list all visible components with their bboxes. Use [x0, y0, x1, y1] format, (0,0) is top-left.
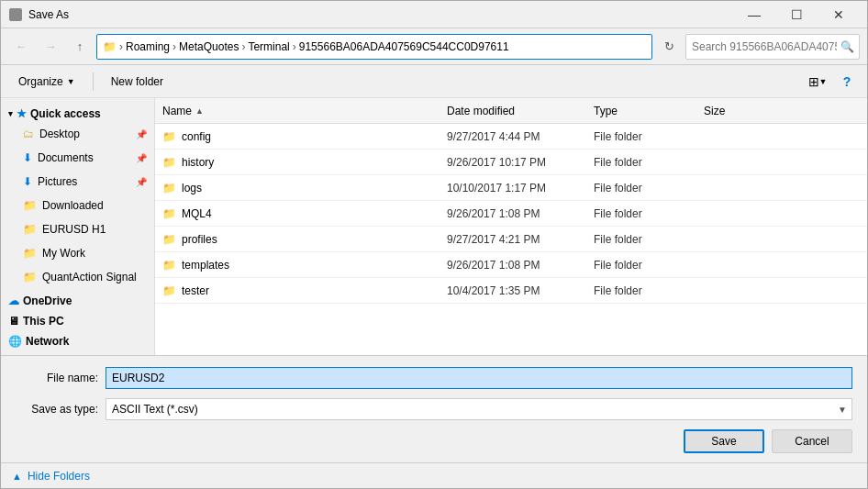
filename-label: File name:	[16, 372, 98, 384]
folder-icon: 📁	[162, 259, 176, 272]
breadcrumb-terminal[interactable]: Terminal	[248, 40, 289, 53]
thispc-header[interactable]: 🖥 This PC	[1, 309, 154, 329]
chevron-down-icon: ▾	[8, 109, 13, 118]
file-name-text: profiles	[182, 233, 217, 246]
col-date-label: Date modified	[447, 105, 515, 117]
breadcrumb[interactable]: 📁 › Roaming › MetaQuotes › Terminal › 91…	[96, 34, 652, 60]
minimize-button[interactable]: —	[733, 1, 775, 28]
table-row[interactable]: 📁 tester 10/4/2017 1:35 PM File folder	[155, 278, 867, 304]
onedrive-header[interactable]: ☁ OneDrive	[1, 289, 154, 309]
hide-folders-bar[interactable]: ▲ Hide Folders	[1, 462, 867, 488]
quick-access-label: Quick access	[30, 107, 101, 120]
file-name-cell: 📁 history	[155, 156, 440, 169]
sidebar-item-downloaded[interactable]: 📁 Downloaded	[1, 194, 154, 217]
sidebar-item-documents[interactable]: ⬇ Documents 📌	[1, 146, 154, 170]
table-row[interactable]: 📁 templates 9/26/2017 1:08 PM File folde…	[155, 252, 867, 278]
onedrive-icon: ☁	[8, 295, 19, 307]
pin-icon-pictures: 📌	[136, 177, 147, 187]
address-bar: ← → ↑ 📁 › Roaming › MetaQuotes › Termina…	[1, 28, 867, 65]
up-button[interactable]: ↑	[67, 34, 93, 60]
breadcrumb-roaming[interactable]: Roaming	[126, 40, 170, 53]
col-size-header[interactable]: Size	[696, 105, 770, 117]
table-row[interactable]: 📁 profiles 9/27/2017 4:21 PM File folder	[155, 227, 867, 252]
search-container: 🔍	[685, 34, 860, 60]
help-button[interactable]: ?	[834, 69, 860, 94]
maximize-button[interactable]: ☐	[775, 1, 818, 28]
back-button[interactable]: ←	[8, 34, 34, 60]
onedrive-label: OneDrive	[23, 295, 72, 307]
table-row[interactable]: 📁 history 9/26/2017 10:17 PM File folder	[155, 150, 867, 175]
view-options-button[interactable]: ⊞ ▼	[805, 69, 830, 94]
svg-rect-0	[9, 8, 22, 21]
file-name-cell: 📁 templates	[155, 259, 440, 272]
filename-row: File name:	[16, 365, 852, 391]
col-type-header[interactable]: Type	[586, 105, 696, 117]
sidebar-item-mywork[interactable]: 📁 My Work	[1, 241, 154, 265]
table-row[interactable]: 📁 logs 10/10/2017 1:17 PM File folder	[155, 175, 867, 201]
file-type-cell: File folder	[586, 156, 696, 169]
sidebar-label-quantaction: QuantAction Signal	[42, 271, 137, 283]
file-name-cell: 📁 MQL4	[155, 207, 440, 220]
col-name-header[interactable]: Name ▲	[155, 105, 440, 117]
folder-icon: 🗂	[23, 128, 34, 140]
save-button[interactable]: Save	[684, 429, 764, 453]
table-row[interactable]: 📁 MQL4 9/26/2017 1:08 PM File folder	[155, 201, 867, 227]
file-date-cell: 10/4/2017 1:35 PM	[440, 284, 586, 297]
sidebar-item-eurusd[interactable]: 📁 EURUSD H1	[1, 217, 154, 241]
file-list-container: Name ▲ Date modified Type Size 📁 config	[155, 98, 867, 355]
file-name-cell: 📁 logs	[155, 182, 440, 194]
breadcrumb-metaquotes[interactable]: MetaQuotes	[179, 40, 239, 53]
title-bar: Save As — ☐ ✕	[1, 1, 867, 28]
refresh-button[interactable]: ↻	[656, 34, 682, 60]
mywork-folder-icon: 📁	[23, 247, 37, 260]
view-chevron-icon: ▼	[819, 77, 828, 86]
search-input[interactable]	[685, 34, 860, 60]
file-date-cell: 9/26/2017 1:08 PM	[440, 259, 586, 272]
window-controls: — ☐ ✕	[733, 1, 860, 28]
forward-button[interactable]: →	[38, 34, 63, 60]
file-date-cell: 9/26/2017 1:08 PM	[440, 207, 586, 220]
sidebar-item-desktop[interactable]: 🗂 Desktop 📌	[1, 122, 154, 146]
sidebar-item-pictures[interactable]: ⬇ Pictures 📌	[1, 170, 154, 194]
col-date-header[interactable]: Date modified	[440, 105, 586, 117]
col-type-label: Type	[594, 105, 618, 117]
pin-icon: 📌	[136, 129, 147, 139]
filename-input[interactable]	[106, 367, 852, 389]
sidebar: ▾ ★ Quick access 🗂 Desktop 📌 ⬇ Documents…	[1, 98, 155, 355]
file-list-header: Name ▲ Date modified Type Size	[155, 98, 867, 124]
file-name-text: tester	[182, 284, 209, 297]
file-name-text: history	[182, 156, 214, 169]
file-type-cell: File folder	[586, 259, 696, 272]
chevron-up-icon: ▲	[12, 471, 22, 482]
file-type-cell: File folder	[586, 207, 696, 220]
toolbar-right: ⊞ ▼ ?	[805, 69, 860, 94]
table-row[interactable]: 📁 config 9/27/2017 4:44 PM File folder	[155, 124, 867, 150]
quick-access-header[interactable]: ▾ ★ Quick access	[1, 102, 154, 122]
downloaded-folder-icon: 📁	[23, 199, 37, 212]
file-date-cell: 9/26/2017 10:17 PM	[440, 156, 586, 169]
file-name-text: templates	[182, 259, 229, 272]
savetype-select[interactable]: ASCII Text (*.csv)	[106, 398, 852, 420]
pin-icon-documents: 📌	[136, 153, 147, 163]
network-header[interactable]: 🌐 Network	[1, 329, 154, 350]
breadcrumb-id[interactable]: 915566BA06ADA407569C544CC0D97611	[299, 40, 509, 53]
folder-icon: 📁	[162, 182, 176, 194]
organize-button[interactable]: Organize ▼	[8, 69, 85, 94]
cancel-button[interactable]: Cancel	[772, 429, 852, 453]
toolbar: Organize ▼ New folder ⊞ ▼ ?	[1, 65, 867, 98]
file-date-cell: 10/10/2017 1:17 PM	[440, 182, 586, 194]
network-icon: 🌐	[8, 335, 22, 348]
help-icon: ?	[843, 74, 851, 89]
sidebar-label-documents: Documents	[38, 151, 94, 164]
sidebar-label-eurusd: EURUSD H1	[42, 223, 106, 236]
new-folder-button[interactable]: New folder	[101, 69, 173, 94]
folder-icon: 📁	[162, 130, 176, 143]
sidebar-item-quantaction[interactable]: 📁 QuantAction Signal	[1, 265, 154, 289]
file-type-cell: File folder	[586, 130, 696, 143]
file-name-cell: 📁 config	[155, 130, 440, 143]
sidebar-label-desktop: Desktop	[39, 128, 80, 140]
close-button[interactable]: ✕	[818, 1, 860, 28]
new-folder-label: New folder	[111, 75, 163, 88]
eurusd-folder-icon: 📁	[23, 223, 37, 236]
col-size-label: Size	[704, 105, 725, 117]
